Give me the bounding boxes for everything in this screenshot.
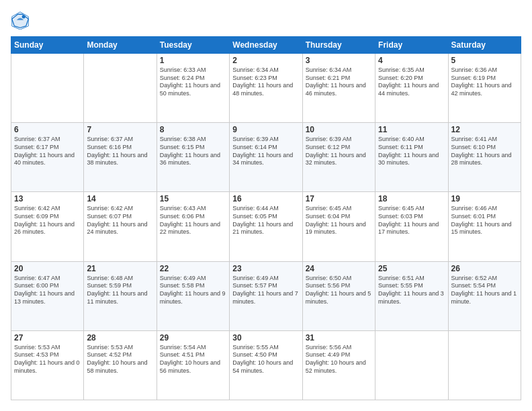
calendar-cell: 19Sunrise: 6:46 AMSunset: 6:01 PMDayligh… [448, 192, 521, 261]
cell-info: Sunrise: 6:40 AMSunset: 6:11 PMDaylight:… [378, 136, 445, 167]
day-number: 25 [378, 264, 445, 273]
cell-info: Sunrise: 6:44 AMSunset: 6:05 PMDaylight:… [232, 205, 299, 236]
day-number: 15 [160, 194, 226, 203]
day-number: 1 [160, 56, 226, 65]
calendar-cell: 13Sunrise: 6:42 AMSunset: 6:09 PMDayligh… [11, 192, 84, 261]
calendar-week-row: 13Sunrise: 6:42 AMSunset: 6:09 PMDayligh… [11, 192, 521, 261]
day-number: 11 [378, 125, 445, 134]
day-number: 28 [87, 333, 153, 342]
day-number: 31 [306, 333, 372, 342]
calendar-cell: 26Sunrise: 6:52 AMSunset: 5:54 PMDayligh… [448, 261, 521, 330]
cell-info: Sunrise: 5:53 AMSunset: 4:52 PMDaylight:… [87, 344, 153, 375]
calendar-week-row: 27Sunrise: 5:53 AMSunset: 4:53 PMDayligh… [11, 330, 521, 400]
cell-info: Sunrise: 6:34 AMSunset: 6:23 PMDaylight:… [232, 66, 299, 98]
day-number: 18 [378, 194, 445, 203]
day-number: 24 [306, 264, 372, 273]
cell-info: Sunrise: 6:33 AMSunset: 6:24 PMDaylight:… [160, 66, 226, 98]
day-number: 13 [14, 194, 81, 203]
day-number: 7 [87, 125, 153, 134]
calendar-cell: 21Sunrise: 6:48 AMSunset: 5:59 PMDayligh… [84, 261, 157, 330]
day-number: 5 [451, 56, 518, 65]
day-number: 12 [451, 125, 518, 134]
page: SundayMondayTuesdayWednesdayThursdayFrid… [0, 0, 532, 411]
cell-info: Sunrise: 5:56 AMSunset: 4:49 PMDaylight:… [306, 344, 372, 375]
day-number: 14 [87, 194, 153, 203]
calendar-cell: 29Sunrise: 5:54 AMSunset: 4:51 PMDayligh… [157, 330, 229, 400]
calendar-cell: 2Sunrise: 6:34 AMSunset: 6:23 PMDaylight… [230, 54, 302, 123]
day-number: 17 [306, 194, 372, 203]
calendar-cell: 10Sunrise: 6:39 AMSunset: 6:12 PMDayligh… [302, 123, 375, 192]
calendar-cell: 20Sunrise: 6:47 AMSunset: 6:00 PMDayligh… [11, 261, 84, 330]
cell-info: Sunrise: 5:54 AMSunset: 4:51 PMDaylight:… [160, 344, 226, 375]
calendar-cell: 30Sunrise: 5:55 AMSunset: 4:50 PMDayligh… [230, 330, 302, 400]
cell-info: Sunrise: 5:55 AMSunset: 4:50 PMDaylight:… [232, 344, 299, 375]
calendar-cell [448, 330, 521, 400]
cell-info: Sunrise: 6:48 AMSunset: 5:59 PMDaylight:… [87, 275, 153, 306]
day-number: 10 [306, 125, 372, 134]
day-number: 30 [232, 333, 299, 342]
calendar-cell: 17Sunrise: 6:45 AMSunset: 6:04 PMDayligh… [302, 192, 375, 261]
day-number: 20 [14, 264, 81, 273]
day-header: Wednesday [230, 37, 302, 54]
calendar-cell: 12Sunrise: 6:41 AMSunset: 6:10 PMDayligh… [448, 123, 521, 192]
day-number: 22 [160, 264, 226, 273]
calendar-header-row: SundayMondayTuesdayWednesdayThursdayFrid… [11, 37, 521, 54]
calendar-cell: 14Sunrise: 6:42 AMSunset: 6:07 PMDayligh… [84, 192, 157, 261]
calendar-cell: 23Sunrise: 6:49 AMSunset: 5:57 PMDayligh… [230, 261, 302, 330]
calendar-cell: 8Sunrise: 6:38 AMSunset: 6:15 PMDaylight… [157, 123, 229, 192]
day-number: 4 [378, 56, 445, 65]
day-number: 23 [232, 264, 299, 273]
cell-info: Sunrise: 6:50 AMSunset: 5:56 PMDaylight:… [306, 275, 372, 306]
svg-point-3 [22, 15, 26, 18]
calendar-cell: 22Sunrise: 6:49 AMSunset: 5:58 PMDayligh… [157, 261, 229, 330]
cell-info: Sunrise: 6:51 AMSunset: 5:55 PMDaylight:… [378, 275, 445, 306]
calendar-cell: 27Sunrise: 5:53 AMSunset: 4:53 PMDayligh… [11, 330, 84, 400]
cell-info: Sunrise: 6:42 AMSunset: 6:09 PMDaylight:… [14, 205, 81, 236]
cell-info: Sunrise: 6:52 AMSunset: 5:54 PMDaylight:… [451, 275, 518, 306]
cell-info: Sunrise: 6:43 AMSunset: 6:06 PMDaylight:… [160, 205, 226, 236]
cell-info: Sunrise: 6:34 AMSunset: 6:21 PMDaylight:… [306, 66, 372, 98]
day-number: 27 [14, 333, 81, 342]
calendar-cell: 31Sunrise: 5:56 AMSunset: 4:49 PMDayligh… [302, 330, 375, 400]
calendar-week-row: 20Sunrise: 6:47 AMSunset: 6:00 PMDayligh… [11, 261, 521, 330]
cell-info: Sunrise: 6:49 AMSunset: 5:57 PMDaylight:… [232, 275, 299, 306]
calendar-cell: 15Sunrise: 6:43 AMSunset: 6:06 PMDayligh… [157, 192, 229, 261]
cell-info: Sunrise: 6:42 AMSunset: 6:07 PMDaylight:… [87, 205, 153, 236]
calendar-cell: 24Sunrise: 6:50 AMSunset: 5:56 PMDayligh… [302, 261, 375, 330]
day-header: Thursday [302, 37, 375, 54]
logo-icon [11, 11, 30, 30]
day-number: 3 [306, 56, 372, 65]
day-header: Tuesday [157, 37, 229, 54]
calendar-cell: 16Sunrise: 6:44 AMSunset: 6:05 PMDayligh… [230, 192, 302, 261]
calendar-cell: 11Sunrise: 6:40 AMSunset: 6:11 PMDayligh… [375, 123, 448, 192]
cell-info: Sunrise: 6:38 AMSunset: 6:15 PMDaylight:… [160, 136, 226, 167]
calendar-cell: 4Sunrise: 6:35 AMSunset: 6:20 PMDaylight… [375, 54, 448, 123]
logo [11, 11, 32, 30]
calendar-cell: 1Sunrise: 6:33 AMSunset: 6:24 PMDaylight… [157, 54, 229, 123]
calendar-cell [375, 330, 448, 400]
cell-info: Sunrise: 6:47 AMSunset: 6:00 PMDaylight:… [14, 275, 81, 306]
cell-info: Sunrise: 5:53 AMSunset: 4:53 PMDaylight:… [14, 344, 81, 375]
calendar-cell [84, 54, 157, 123]
calendar-cell: 6Sunrise: 6:37 AMSunset: 6:17 PMDaylight… [11, 123, 84, 192]
day-header: Monday [84, 37, 157, 54]
day-number: 6 [14, 125, 81, 134]
calendar-week-row: 1Sunrise: 6:33 AMSunset: 6:24 PMDaylight… [11, 54, 521, 123]
calendar-table: SundayMondayTuesdayWednesdayThursdayFrid… [11, 36, 521, 400]
day-number: 8 [160, 125, 226, 134]
day-number: 2 [232, 56, 299, 65]
day-number: 9 [232, 125, 299, 134]
cell-info: Sunrise: 6:35 AMSunset: 6:20 PMDaylight:… [378, 66, 445, 98]
calendar-cell: 9Sunrise: 6:39 AMSunset: 6:14 PMDaylight… [230, 123, 302, 192]
cell-info: Sunrise: 6:45 AMSunset: 6:04 PMDaylight:… [306, 205, 372, 236]
cell-info: Sunrise: 6:45 AMSunset: 6:03 PMDaylight:… [378, 205, 445, 236]
cell-info: Sunrise: 6:41 AMSunset: 6:10 PMDaylight:… [451, 136, 518, 167]
cell-info: Sunrise: 6:37 AMSunset: 6:16 PMDaylight:… [87, 136, 153, 167]
cell-info: Sunrise: 6:39 AMSunset: 6:14 PMDaylight:… [232, 136, 299, 167]
day-number: 29 [160, 333, 226, 342]
calendar-week-row: 6Sunrise: 6:37 AMSunset: 6:17 PMDaylight… [11, 123, 521, 192]
cell-info: Sunrise: 6:46 AMSunset: 6:01 PMDaylight:… [451, 205, 518, 236]
header [11, 11, 521, 30]
calendar-cell: 5Sunrise: 6:36 AMSunset: 6:19 PMDaylight… [448, 54, 521, 123]
cell-info: Sunrise: 6:37 AMSunset: 6:17 PMDaylight:… [14, 136, 81, 167]
